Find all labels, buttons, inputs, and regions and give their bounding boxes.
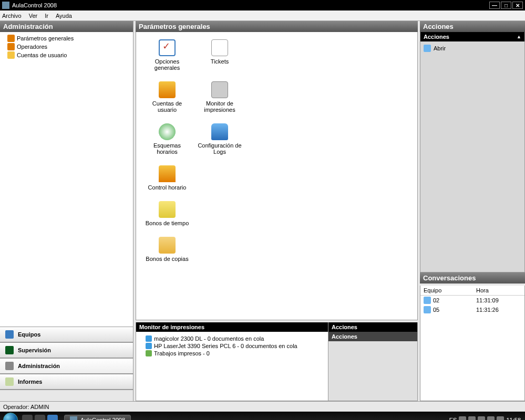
item-esquemas-horarios[interactable]: Esquemas horarios: [143, 123, 191, 155]
item-label: Bonos de copias: [146, 256, 188, 262]
printer-icon: [146, 343, 152, 349]
chat-icon: [424, 297, 431, 304]
settings-icon: [7, 35, 15, 42]
app-icon: [70, 416, 77, 420]
tree-item-operadores[interactable]: Operadores: [2, 43, 131, 51]
nav-buttons: Equipos Supervisión Administración Infor…: [0, 327, 133, 401]
action-abrir[interactable]: Abrir: [424, 45, 521, 52]
taskbar-app[interactable]: AulaControl 2008: [64, 415, 131, 420]
nav-informes[interactable]: Informes: [0, 374, 133, 390]
nav-administracion[interactable]: Administración: [0, 358, 133, 374]
open-icon: [424, 45, 431, 52]
close-button[interactable]: ✕: [512, 2, 523, 9]
tray-icon[interactable]: [468, 416, 476, 420]
conv-equipo: 05: [433, 307, 476, 313]
nav-supervision[interactable]: Supervisión: [0, 342, 133, 358]
item-opciones-generales[interactable]: Opciones generales: [143, 39, 191, 71]
eye-icon: [5, 346, 14, 354]
nav-equipos[interactable]: Equipos: [0, 327, 133, 342]
statusbar: Operador: ADMIN: [0, 401, 525, 412]
params-panel: Opciones generales Tickets Cuentas de us…: [136, 32, 418, 320]
quicklaunch-ie-icon[interactable]: [47, 415, 58, 420]
report-icon: [5, 377, 14, 386]
actions-header: Acciones: [328, 322, 417, 332]
tray-clock[interactable]: 11:58: [506, 417, 521, 420]
tray-icon[interactable]: [487, 416, 495, 420]
document-icon: [211, 39, 228, 56]
user-icon: [7, 43, 15, 50]
conversaciones-panel: Equipo Hora 02 11:31:09 05 11:31:26: [420, 286, 525, 401]
item-label: Esquemas horarios: [143, 142, 191, 155]
col-equipo: Equipo: [424, 287, 476, 293]
item-label: magicolor 2300 DL - 0 documentos en cola: [154, 335, 264, 342]
conv-hora: 11:31:26: [476, 307, 499, 313]
tray-icon[interactable]: [478, 416, 485, 420]
col-hora: Hora: [476, 287, 489, 293]
chevron-up-icon: ▲: [517, 34, 521, 39]
lock-icon: [159, 165, 176, 182]
tree-item-label: Parámetros generales: [17, 35, 74, 41]
left-column: Administración Parámetros generales Oper…: [0, 21, 133, 401]
conv-hora: 11:31:09: [476, 297, 499, 303]
chat-icon: [424, 306, 431, 313]
printer-queue-item[interactable]: magicolor 2300 DL - 0 documentos en cola: [139, 335, 325, 342]
monitor-icon: [5, 330, 14, 339]
monitor-header: Monitor de impresiones: [136, 322, 328, 332]
item-label: Bonos de tiempo: [146, 220, 189, 226]
tray-icon[interactable]: [459, 416, 466, 420]
conv-row[interactable]: 02 11:31:09: [420, 296, 524, 305]
item-label: Trabajos impresos - 0: [154, 350, 210, 356]
tray-lang[interactable]: ES: [449, 417, 457, 420]
volume-icon[interactable]: [497, 416, 504, 420]
checklist-icon: [159, 39, 176, 56]
item-bonos-copias[interactable]: Bonos de copias: [143, 237, 191, 262]
quicklaunch-icon[interactable]: [35, 415, 45, 420]
conv-columns: Equipo Hora: [420, 286, 524, 296]
menu-ir[interactable]: Ir: [45, 13, 48, 19]
accordion-title: Acciones: [424, 34, 449, 40]
app-icon: [2, 2, 9, 9]
item-config-logs[interactable]: Configuración de Logs: [196, 123, 243, 155]
item-label: Tickets: [211, 58, 229, 65]
menubar: Archivo Ver Ir Ayuda: [0, 10, 525, 21]
menu-ver[interactable]: Ver: [29, 13, 38, 19]
item-cuentas-usuario[interactable]: Cuentas de usuario: [143, 81, 191, 113]
right-actions-panel: Acciones ▲ Abrir: [420, 32, 525, 272]
status-operador: Operador: ADMIN: [3, 404, 49, 410]
menu-archivo[interactable]: Archivo: [2, 13, 22, 19]
cards-icon: [159, 201, 176, 218]
clock-icon: [159, 123, 176, 140]
item-label: Control horario: [148, 184, 187, 191]
actions-accordion-header[interactable]: Acciones ▲: [420, 32, 524, 41]
conv-equipo: 02: [433, 297, 476, 303]
item-label: HP LaserJet 3390 Series PCL 6 - 0 docume…: [154, 343, 297, 349]
item-label: Opciones generales: [143, 58, 191, 71]
monitor-panel: Monitor de impresiones magicolor 2300 DL…: [136, 322, 328, 401]
tree-item-parametros[interactable]: Parámetros generales: [2, 34, 131, 43]
item-control-horario[interactable]: Control horario: [143, 165, 191, 191]
minimize-button[interactable]: —: [489, 2, 500, 9]
nav-label: Informes: [18, 379, 42, 385]
item-tickets[interactable]: Tickets: [196, 39, 243, 71]
maximize-button[interactable]: □: [501, 2, 511, 9]
printer-icon: [146, 335, 152, 342]
window-title: AulaControl 2008: [12, 2, 489, 8]
item-bonos-tiempo[interactable]: Bonos de tiempo: [143, 201, 191, 226]
item-monitor-impresiones[interactable]: Monitor de impresiones: [196, 81, 243, 113]
monitor-actions-panel: Acciones Acciones: [328, 322, 418, 401]
conversaciones-header: Conversaciones: [420, 272, 525, 284]
conv-row[interactable]: 05 11:31:26: [420, 305, 524, 314]
item-label: Cuentas de usuario: [143, 100, 191, 113]
print-jobs-item[interactable]: Trabajos impresos - 0: [139, 350, 325, 357]
start-button[interactable]: [3, 413, 18, 420]
monitor-row: Monitor de impresiones magicolor 2300 DL…: [136, 322, 418, 401]
admin-tree: Parámetros generales Operadores Cuentas …: [0, 32, 133, 327]
tree-item-cuentas[interactable]: Cuentas de usuario: [2, 51, 131, 59]
printer-queue-item[interactable]: HP LaserJet 3390 Series PCL 6 - 0 docume…: [139, 342, 325, 350]
folder-cards-icon: [159, 237, 176, 254]
taskbar: AulaControl 2008 ES 11:58: [0, 412, 525, 420]
monitor-list: magicolor 2300 DL - 0 documentos en cola…: [136, 332, 328, 360]
action-label: Abrir: [434, 45, 446, 51]
quicklaunch-icon[interactable]: [22, 415, 33, 420]
menu-ayuda[interactable]: Ayuda: [56, 13, 72, 19]
